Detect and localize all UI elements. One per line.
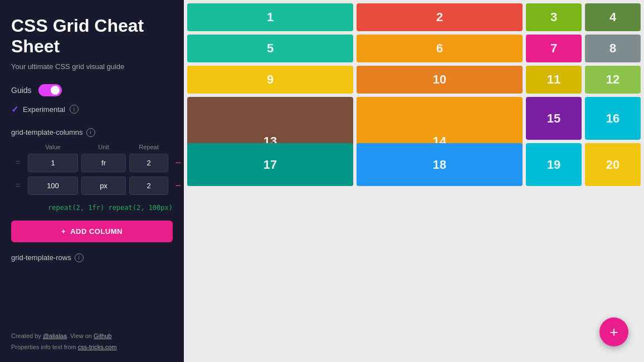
alialaa-link[interactable]: @alialaa xyxy=(43,332,67,339)
add-column-label: ADD COLUMN xyxy=(70,227,123,236)
fab-plus-icon: + xyxy=(609,324,618,341)
grid-item: 11 xyxy=(526,66,582,94)
grid-item: 2 xyxy=(357,3,523,31)
column-row-2: = − xyxy=(11,177,173,195)
experimental-row: ✓ Experimental i xyxy=(11,104,173,115)
grid-item: 12 xyxy=(585,66,641,94)
github-link[interactable]: Github xyxy=(94,332,111,339)
grid-item: 8 xyxy=(585,35,641,62)
grid-template-rows-section: grid-template-rows i xyxy=(11,253,173,262)
unit-header: Unit xyxy=(81,144,126,150)
col1-unit-input[interactable] xyxy=(81,154,126,172)
experimental-info-icon[interactable]: i xyxy=(70,105,79,114)
grid-item: 9 xyxy=(187,66,353,94)
columns-info-icon[interactable]: i xyxy=(86,128,95,137)
col1-remove-button[interactable]: − xyxy=(172,156,184,169)
guids-row: Guids xyxy=(11,84,173,96)
generated-code: repeat(2, 1fr) repeat(2, 100px) xyxy=(11,204,173,212)
grid-item: 17 xyxy=(187,143,353,186)
grid-template-rows-label: grid-template-rows xyxy=(11,253,71,262)
grid-item: 15 xyxy=(526,97,582,140)
column-row-1: = − xyxy=(11,154,173,172)
footer-line1: Created by @alialaa. View on Github xyxy=(11,331,117,342)
grid-item: 5 xyxy=(187,35,353,62)
col2-unit-input[interactable] xyxy=(81,177,126,195)
grid-item: 20 xyxy=(585,143,641,186)
main-content: 1234567891011121314151617181920 xyxy=(184,0,644,362)
grid-item: 19 xyxy=(526,143,582,186)
guids-label: Guids xyxy=(11,86,32,95)
add-column-plus-icon: + xyxy=(61,227,66,236)
fab-button[interactable]: + xyxy=(599,317,628,346)
guids-toggle[interactable] xyxy=(38,84,62,96)
col2-remove-button[interactable]: − xyxy=(172,179,184,192)
grid-item: 1 xyxy=(187,3,353,31)
grid-item: 7 xyxy=(526,35,582,62)
col1-value-input[interactable] xyxy=(28,154,78,172)
app-subtitle: Your ultimate CSS grid visual guide xyxy=(11,62,173,71)
repeat-header: Repeat xyxy=(129,144,168,150)
experimental-label: Experimental xyxy=(23,105,65,114)
col1-repeat-input[interactable] xyxy=(129,154,168,172)
grid-item: 4 xyxy=(585,3,641,31)
grid-item: 18 xyxy=(357,143,523,186)
col2-value-input[interactable] xyxy=(28,177,78,195)
grid-item: 16 xyxy=(585,97,641,140)
footer: Created by @alialaa. View on Github Prop… xyxy=(11,331,117,353)
eq-sign-2: = xyxy=(11,181,25,190)
grid-container: 1234567891011121314151617181920 xyxy=(184,0,644,189)
col2-repeat-input[interactable] xyxy=(129,177,168,195)
eq-sign-1: = xyxy=(11,158,25,167)
grid-template-columns-section: grid-template-columns i xyxy=(11,128,173,137)
value-header: Value xyxy=(28,144,78,150)
app-title: CSS Grid Cheat Sheet xyxy=(11,16,173,57)
grid-template-columns-label: grid-template-columns xyxy=(11,128,83,136)
checkmark-icon: ✓ xyxy=(11,104,18,115)
grid-item: 3 xyxy=(526,3,582,31)
rows-info-icon[interactable]: i xyxy=(75,253,84,262)
grid-item: 10 xyxy=(357,66,523,94)
add-column-button[interactable]: + ADD COLUMN xyxy=(11,221,173,242)
grid-item: 6 xyxy=(357,35,523,62)
sidebar: CSS Grid Cheat Sheet Your ultimate CSS g… xyxy=(0,0,184,362)
column-headers: Value Unit Repeat xyxy=(11,144,173,150)
footer-line2: Properties info text from css-tricks.com xyxy=(11,342,117,353)
css-tricks-link[interactable]: css-tricks.com xyxy=(78,344,117,350)
